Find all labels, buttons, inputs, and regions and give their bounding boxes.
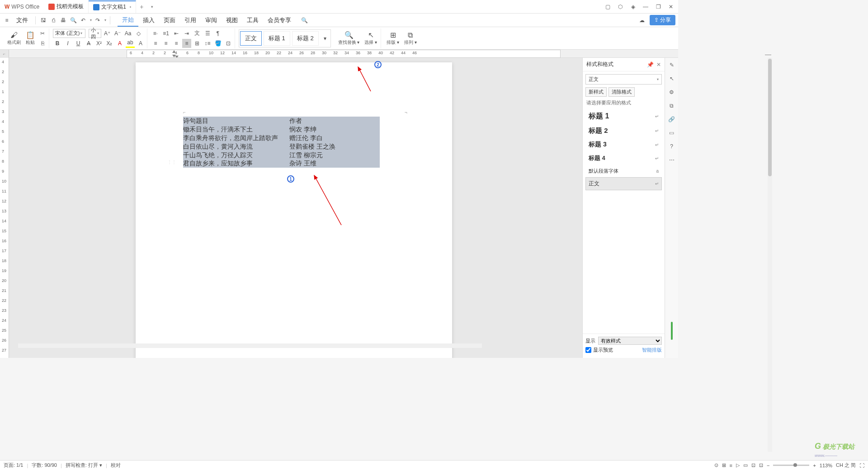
style-list-item[interactable]: 标题 2↵ xyxy=(585,124,662,138)
current-style-select[interactable]: 正文 ▾ xyxy=(585,74,662,85)
redo-icon[interactable]: ↷ xyxy=(94,16,102,24)
style-normal[interactable]: 正文 xyxy=(240,31,262,46)
undo-dropdown[interactable]: ▾ xyxy=(90,18,92,22)
show-filter-select[interactable]: 有效样式 xyxy=(598,337,662,345)
tab-menu-button[interactable]: ▾ xyxy=(147,5,157,9)
drag-handle-icon[interactable]: ⋮⋮ xyxy=(167,160,176,164)
text-row[interactable]: 锄禾日当午，汗滴禾下土悯农 李绅 xyxy=(183,125,380,134)
menu-view[interactable]: 视图 xyxy=(222,14,242,27)
copy-icon[interactable]: ⎘ xyxy=(38,39,47,48)
print-icon[interactable]: 🖶 xyxy=(59,16,67,24)
menu-start[interactable]: 开始 xyxy=(118,14,138,27)
text-row[interactable]: 千山鸟飞绝，万径人踪灭江雪 柳宗元 xyxy=(183,151,380,160)
numbering-icon[interactable]: ≡1 xyxy=(161,29,170,38)
paste-button[interactable]: 📋 粘贴 xyxy=(24,30,37,47)
close-button[interactable]: ✕ xyxy=(666,1,675,13)
style-list-item[interactable]: 标题 3↵ xyxy=(585,138,662,151)
save-icon[interactable]: 🖫 xyxy=(39,16,47,24)
cloud-icon[interactable]: ☁ xyxy=(638,16,646,24)
print-preview-icon[interactable]: 🔍 xyxy=(69,16,77,24)
menu-reference[interactable]: 引用 xyxy=(180,14,201,27)
superscript-icon[interactable]: X² xyxy=(94,39,104,48)
smart-layout-link[interactable]: 智能排版 xyxy=(642,347,662,353)
format-brush-button[interactable]: 🖌 格式刷 xyxy=(5,30,23,47)
increase-indent-icon[interactable]: ⇥ xyxy=(182,29,191,38)
style-list-item[interactable]: 标题 1↵ xyxy=(585,109,662,124)
decrease-font-icon[interactable]: A⁻ xyxy=(113,29,122,38)
bold-icon[interactable]: B xyxy=(53,39,62,48)
font-color-icon[interactable]: A xyxy=(115,39,124,48)
minimize-button[interactable]: — xyxy=(641,1,650,13)
text-direction-icon[interactable]: 文 xyxy=(193,29,202,38)
reading-mode-icon[interactable]: ▢ xyxy=(603,4,612,10)
maximize-button[interactable]: ❐ xyxy=(654,1,663,13)
text-row[interactable]: 君自故乡来，应知故乡事杂诗 王维 xyxy=(183,159,380,168)
clear-format-button[interactable]: 清除格式 xyxy=(609,87,635,97)
menu-member[interactable]: 会员专享 xyxy=(263,14,296,27)
text-row[interactable]: 诗句题目作者 xyxy=(183,117,380,125)
tab-templates[interactable]: 找稻壳模板 xyxy=(44,0,89,13)
vertical-ruler[interactable]: 4221234567891011121314151617181920212223… xyxy=(0,58,9,358)
shading-icon[interactable]: A xyxy=(136,39,145,48)
undo-icon[interactable]: ↶ xyxy=(79,16,87,24)
diamond-icon[interactable]: ◈ xyxy=(628,4,637,10)
pin-icon[interactable]: 📌 xyxy=(647,61,654,68)
cut-icon[interactable]: ✂ xyxy=(38,29,47,38)
search-icon[interactable]: 🔍 xyxy=(300,16,308,24)
align-justify-icon[interactable]: ≡ xyxy=(182,39,191,48)
decrease-indent-icon[interactable]: ⇤ xyxy=(172,29,181,38)
italic-icon[interactable]: I xyxy=(63,39,72,48)
increase-font-icon[interactable]: A⁺ xyxy=(103,29,112,38)
change-case-icon[interactable]: Aa xyxy=(123,29,132,38)
distribute-icon[interactable]: ⊞ xyxy=(193,39,202,48)
share-button[interactable]: ⇪ 分享 xyxy=(650,15,675,25)
link-tool-icon[interactable]: 🔗 xyxy=(667,115,676,124)
layout-button[interactable]: ⊞ 排版 ▾ xyxy=(385,30,401,47)
font-size-select[interactable]: 小四▾ xyxy=(89,29,101,38)
menu-insert[interactable]: 插入 xyxy=(138,14,159,27)
new-style-button[interactable]: 新样式 xyxy=(585,87,607,97)
help-tool-icon[interactable]: ? xyxy=(667,142,676,151)
horizontal-ruler[interactable]: ⌐ 64224681012141618202224262830323436384… xyxy=(0,50,678,58)
menu-page[interactable]: 页面 xyxy=(159,14,180,27)
style-list-item[interactable]: 标题 4↵ xyxy=(585,151,662,165)
bullets-icon[interactable]: ≡· xyxy=(151,29,160,38)
style-gallery-more[interactable]: ▾ xyxy=(321,34,330,43)
style-list-item[interactable]: 默认段落字体a xyxy=(585,165,662,177)
sort-icon[interactable]: ☰ xyxy=(203,29,212,38)
hamburger-icon[interactable]: ≡ xyxy=(3,16,11,24)
line-spacing-icon[interactable]: ↕≡ xyxy=(203,39,212,48)
align-left-icon[interactable]: ≡ xyxy=(151,39,160,48)
highlight-icon[interactable]: ab xyxy=(126,39,135,48)
underline-icon[interactable]: U xyxy=(74,39,83,48)
edit-tool-icon[interactable]: ✎ xyxy=(667,61,676,70)
document-content[interactable]: 诗句题目作者锄禾日当午，汗滴禾下土悯农 李绅李白乘舟将欲行，忽闻岸上踏歌声赠汪伦… xyxy=(183,117,380,168)
file-menu[interactable]: 文件 xyxy=(13,16,32,24)
style-list-item[interactable]: 正文↵ xyxy=(585,177,662,190)
horizontal-scrollbar[interactable] xyxy=(18,343,482,348)
more-tool-icon[interactable]: ⋯ xyxy=(667,155,676,164)
style-heading1[interactable]: 标题 1 xyxy=(264,31,290,46)
align-right-icon[interactable]: ≡ xyxy=(172,39,181,48)
fill-color-icon[interactable]: 🪣 xyxy=(213,39,222,48)
arrange-button[interactable]: ⧉ 排列 ▾ xyxy=(402,30,419,47)
font-name-select[interactable]: 宋体 (正文)▾ xyxy=(53,29,85,38)
close-panel-icon[interactable]: ✕ xyxy=(656,61,661,68)
menu-review[interactable]: 审阅 xyxy=(201,14,222,27)
align-center-icon[interactable]: ≡ xyxy=(161,39,170,48)
tab-document[interactable]: 文字文稿1 • xyxy=(89,0,136,13)
new-tab-button[interactable]: + xyxy=(136,3,147,10)
document-area[interactable]: ⌐ ¬ 诗句题目作者锄禾日当午，汗滴禾下土悯农 李绅李白乘舟将欲行，忽闻岸上踏歌… xyxy=(9,58,582,358)
settings-tool-icon[interactable]: ⚙ xyxy=(667,88,676,97)
box-icon[interactable]: ⬡ xyxy=(616,4,625,10)
show-preview-checkbox[interactable] xyxy=(585,347,591,353)
select-tool-icon[interactable]: ↖ xyxy=(667,74,676,83)
text-row[interactable]: 李白乘舟将欲行，忽闻岸上踏歌声赠汪伦 李白 xyxy=(183,134,380,142)
borders-icon[interactable]: ⊡ xyxy=(224,39,233,48)
export-icon[interactable]: ⎙ xyxy=(49,16,57,24)
subscript-icon[interactable]: X₂ xyxy=(105,39,114,48)
show-marks-icon[interactable]: ¶ xyxy=(213,29,222,38)
find-replace-button[interactable]: 🔍 查找替换 ▾ xyxy=(336,30,362,47)
redo-dropdown[interactable]: ▾ xyxy=(104,18,106,22)
clear-format-icon[interactable]: ◇ xyxy=(134,29,143,38)
